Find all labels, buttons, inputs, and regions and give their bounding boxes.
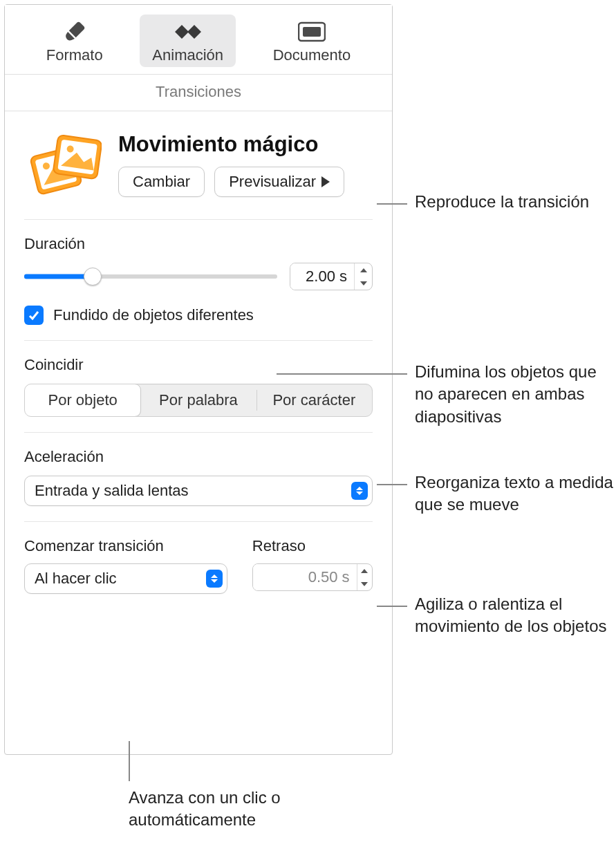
duration-stepper xyxy=(290,263,373,290)
inspector-panel: Formato Animación Documento Transiciones xyxy=(4,4,393,755)
top-tabs: Formato Animación Documento xyxy=(5,5,392,75)
svg-rect-1 xyxy=(303,27,321,37)
delay-step-up[interactable] xyxy=(357,564,372,577)
delay-value-input[interactable] xyxy=(253,564,357,590)
delay-stepper xyxy=(252,563,373,591)
preview-button-label: Previsualizar xyxy=(229,173,316,191)
play-icon xyxy=(321,176,330,187)
tab-animation-label: Animación xyxy=(152,46,223,64)
delay-step-down[interactable] xyxy=(357,577,372,590)
callout-preview: Reproduce la transición xyxy=(415,191,595,213)
match-label: Coincidir xyxy=(24,356,373,374)
acceleration-section: Aceleración Entrada y salida lentas xyxy=(24,433,373,522)
match-segmented-control: Por objeto Por palabra Por carácter xyxy=(24,384,373,417)
duration-section: Duración Fundi xyxy=(24,220,373,341)
acceleration-popup[interactable]: Entrada y salida lentas xyxy=(24,476,373,506)
callout-accel: Agiliza o ralentiza el movimiento de los… xyxy=(415,593,608,638)
duration-value-input[interactable] xyxy=(290,263,354,290)
acceleration-label: Aceleración xyxy=(24,448,373,466)
acceleration-value: Entrada y salida lentas xyxy=(35,482,189,500)
match-by-word[interactable]: Por palabra xyxy=(140,384,256,416)
tab-document-label: Documento xyxy=(273,46,351,64)
tab-format-label: Formato xyxy=(46,46,103,64)
duration-label: Duración xyxy=(24,235,373,253)
subheader-transitions: Transiciones xyxy=(5,75,392,111)
callout-start: Avanza con un clic o automáticamente xyxy=(129,787,336,832)
popup-caret-icon xyxy=(206,570,223,588)
popup-caret-icon xyxy=(351,482,368,500)
brush-icon xyxy=(63,19,86,45)
change-button-label: Cambiar xyxy=(133,173,190,191)
callout-lead xyxy=(377,203,407,205)
tab-document[interactable]: Documento xyxy=(261,15,364,67)
callout-fade: Difumina los objetos que no aparecen en … xyxy=(415,361,608,428)
callout-match: Reorganiza texto a medida que se mueve xyxy=(415,471,615,516)
start-transition-popup[interactable]: Al hacer clic xyxy=(24,563,227,594)
fade-unmatched-label: Fundido de objetos diferentes xyxy=(53,306,254,324)
delay-label: Retraso xyxy=(252,537,373,555)
duration-slider[interactable] xyxy=(24,268,277,285)
fade-unmatched-checkbox[interactable] xyxy=(24,306,44,325)
diamonds-icon xyxy=(172,19,204,45)
start-transition-value: Al hacer clic xyxy=(35,570,117,588)
transition-hero: Movimiento mágico Cambiar Previsualizar xyxy=(24,111,373,220)
duration-step-up[interactable] xyxy=(355,263,372,277)
start-transition-label: Comenzar transición xyxy=(24,537,227,555)
callout-lead xyxy=(277,373,407,375)
change-button[interactable]: Cambiar xyxy=(118,167,205,197)
callout-lead xyxy=(129,741,130,781)
match-section: Coincidir Por objeto Por palabra Por car… xyxy=(24,341,373,433)
match-by-character[interactable]: Por carácter xyxy=(256,384,372,416)
transition-title: Movimiento mágico xyxy=(118,132,373,157)
preview-button[interactable]: Previsualizar xyxy=(214,167,344,197)
magic-move-icon xyxy=(24,132,107,201)
duration-step-down[interactable] xyxy=(355,277,372,290)
callout-lead xyxy=(377,606,407,607)
tab-animation[interactable]: Animación xyxy=(140,15,236,67)
callout-lead xyxy=(377,484,407,485)
match-by-object[interactable]: Por objeto xyxy=(24,384,141,417)
slide-icon xyxy=(298,19,326,45)
tab-format[interactable]: Formato xyxy=(34,15,115,67)
